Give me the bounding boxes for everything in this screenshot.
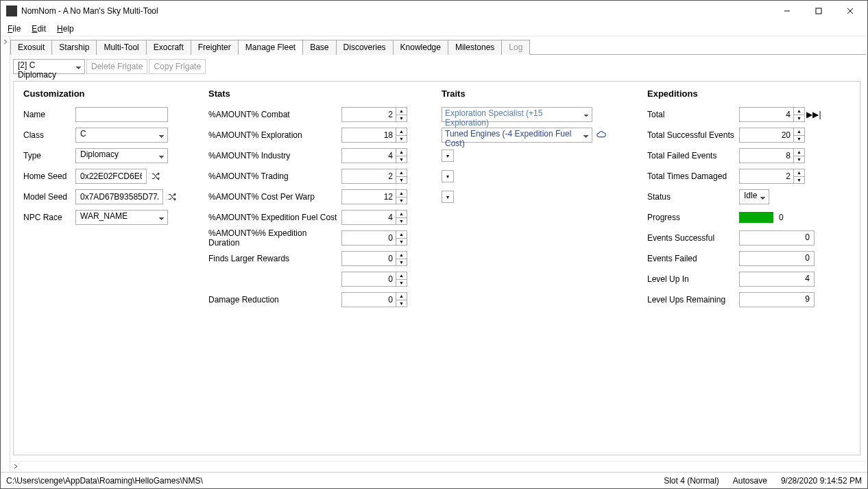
- tab-exocraft[interactable]: Exocraft: [146, 40, 191, 55]
- exploration-input[interactable]: [341, 128, 396, 143]
- customization-header: Customization: [23, 88, 181, 99]
- name-label: Name: [23, 110, 73, 119]
- fail-events-input[interactable]: [739, 148, 794, 163]
- trading-input[interactable]: [341, 169, 396, 184]
- damaged-input[interactable]: [739, 169, 794, 184]
- succ-events-stepper[interactable]: ▲▼: [794, 128, 805, 143]
- npc-race-select[interactable]: WAR_NAME: [75, 210, 168, 225]
- exploration-stepper[interactable]: ▲▼: [396, 128, 407, 143]
- app-icon: [6, 5, 17, 16]
- menubar: File Edit Help: [1, 21, 867, 36]
- damage-input[interactable]: [341, 292, 396, 307]
- events-failed-label: Events Failed: [647, 254, 736, 263]
- rewards-stepper[interactable]: ▲▼: [396, 251, 407, 266]
- tab-strip: Exosuit Starship Multi-Tool Exocraft Fre…: [10, 39, 866, 55]
- home-seed-input[interactable]: [75, 169, 147, 184]
- frigate-panel: Customization Name Class C Type Diplomac…: [13, 81, 860, 455]
- trait-4-select[interactable]: ▾: [442, 170, 454, 182]
- total-label: Total: [647, 110, 736, 119]
- type-select[interactable]: Diplomacy: [75, 148, 168, 163]
- combat-stepper[interactable]: ▲▼: [396, 107, 407, 122]
- levelup-label: Level Up In: [647, 274, 736, 284]
- frigate-selector[interactable]: [2] C Diplomacy: [13, 59, 85, 74]
- rewards-input[interactable]: [341, 251, 396, 266]
- status-label: Status: [647, 192, 736, 202]
- duration-stepper[interactable]: ▲▼: [396, 230, 407, 246]
- trait-3-select[interactable]: ▾: [442, 150, 454, 162]
- fail-events-stepper[interactable]: ▲▼: [794, 148, 805, 163]
- shuffle-icon[interactable]: [166, 191, 178, 203]
- minimize-button[interactable]: [771, 1, 803, 21]
- damage-label: Damage Reduction: [208, 295, 339, 305]
- menu-edit[interactable]: Edit: [27, 23, 50, 35]
- levelup-value: 4: [739, 272, 815, 287]
- status-path: C:\Users\cenge\AppData\Roaming\HelloGame…: [6, 476, 203, 486]
- model-seed-input[interactable]: [75, 189, 163, 204]
- tab-base[interactable]: Base: [302, 40, 336, 55]
- industry-label: %AMOUNT% Industry: [208, 151, 339, 160]
- left-expander[interactable]: [1, 36, 10, 472]
- succ-events-input[interactable]: [739, 128, 794, 143]
- tab-freighter[interactable]: Freighter: [191, 40, 239, 55]
- fuel-label: %AMOUNT% Expedition Fuel Cost: [208, 213, 339, 222]
- progress-label: Progress: [647, 213, 736, 222]
- exploration-label: %AMOUNT% Exploration: [208, 130, 339, 140]
- industry-input[interactable]: [341, 148, 396, 163]
- tab-discoveries[interactable]: Discoveries: [336, 40, 394, 55]
- type-label: Type: [23, 151, 73, 160]
- copy-frigate-button: Copy Frigate: [149, 59, 206, 74]
- tab-exosuit[interactable]: Exosuit: [10, 40, 52, 55]
- events-successful-value: 0: [739, 230, 815, 246]
- damaged-stepper[interactable]: ▲▼: [794, 169, 805, 184]
- fast-forward-icon[interactable]: ▶▶|: [808, 108, 820, 121]
- menu-file[interactable]: File: [3, 23, 25, 35]
- blank-stepper[interactable]: ▲▼: [396, 272, 407, 287]
- warp-stepper[interactable]: ▲▼: [396, 189, 407, 204]
- industry-stepper[interactable]: ▲▼: [396, 148, 407, 163]
- class-select[interactable]: C: [75, 128, 168, 143]
- levelups-remaining-label: Level Ups Remaining: [647, 295, 736, 305]
- status-select[interactable]: Idle: [739, 189, 769, 204]
- tab-knowledge[interactable]: Knowledge: [393, 40, 448, 55]
- trait-2-select[interactable]: Tuned Engines (-4 Expedition Fuel Cost): [442, 128, 592, 143]
- blank-input[interactable]: [341, 272, 396, 287]
- progress-value: 0: [779, 213, 784, 222]
- fail-events-label: Total Failed Events: [647, 151, 736, 160]
- damaged-label: Total Times Damaged: [647, 171, 736, 181]
- menu-help[interactable]: Help: [53, 23, 78, 35]
- trading-stepper[interactable]: ▲▼: [396, 169, 407, 184]
- progress-bar: [739, 212, 773, 223]
- fuel-stepper[interactable]: ▲▼: [396, 210, 407, 225]
- fuel-input[interactable]: [341, 210, 396, 225]
- trait-1-select[interactable]: Exploration Specialist (+15 Exploration): [442, 107, 592, 122]
- trait-5-select[interactable]: ▾: [442, 191, 454, 203]
- total-stepper[interactable]: ▲▼: [794, 107, 805, 122]
- tab-log: Log: [501, 40, 530, 55]
- home-seed-label: Home Seed: [23, 171, 73, 181]
- duration-input[interactable]: [341, 230, 396, 246]
- warp-input[interactable]: [341, 189, 396, 204]
- rewards-label: Finds Larger Rewards: [208, 254, 339, 263]
- window-title: NomNom - A No Man's Sky Multi-Tool: [21, 6, 771, 16]
- traits-header: Traits: [442, 88, 620, 99]
- shuffle-icon[interactable]: [149, 170, 162, 182]
- trading-label: %AMOUNT% Trading: [208, 171, 339, 181]
- maximize-button[interactable]: [803, 1, 834, 21]
- total-input[interactable]: [739, 107, 794, 122]
- traits-column: Traits Exploration Specialist (+15 Explo…: [442, 88, 620, 441]
- levelups-remaining-value: 9: [739, 292, 815, 307]
- tab-manage-fleet[interactable]: Manage Fleet: [238, 40, 303, 55]
- expeditions-column: Expeditions Total ▲▼ ▶▶| Total Successfu…: [647, 88, 850, 441]
- cloud-icon[interactable]: [595, 129, 607, 141]
- statusbar: C:\Users\cenge\AppData\Roaming\HelloGame…: [1, 472, 867, 488]
- name-input[interactable]: [75, 107, 168, 122]
- close-button[interactable]: [834, 1, 866, 21]
- damage-stepper[interactable]: ▲▼: [396, 292, 407, 307]
- tab-starship[interactable]: Starship: [51, 40, 97, 55]
- succ-events-label: Total Successful Events: [647, 130, 736, 140]
- tab-multitool[interactable]: Multi-Tool: [96, 40, 146, 55]
- bottom-expander[interactable]: [10, 461, 866, 470]
- tab-milestones[interactable]: Milestones: [448, 40, 502, 55]
- combat-input[interactable]: [341, 107, 396, 122]
- events-successful-label: Events Successful: [647, 233, 736, 243]
